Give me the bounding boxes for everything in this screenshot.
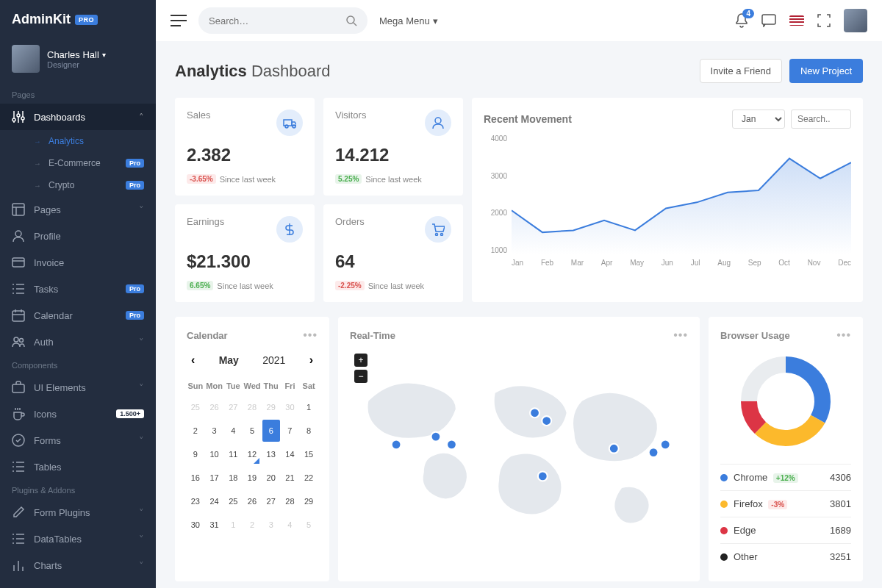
calendar-day[interactable]: 26	[243, 490, 261, 512]
browser-row: Chrome +12%4306	[720, 464, 851, 490]
calendar-day[interactable]: 26	[206, 396, 223, 418]
sidebar-item-tables[interactable]: Tables	[0, 453, 156, 480]
calendar-day[interactable]: 27	[262, 490, 280, 512]
map-zoom-out-button[interactable]: −	[354, 370, 368, 383]
calendar-day[interactable]: 31	[206, 514, 223, 536]
sidebar-item-charts[interactable]: Charts˅	[0, 552, 156, 578]
calendar-day[interactable]: 28	[282, 490, 299, 512]
sidebar-item-tasks[interactable]: TasksPro	[0, 276, 156, 302]
calendar-day[interactable]: 12	[243, 443, 261, 465]
sidebar-item-icons[interactable]: Icons1.500+	[0, 401, 156, 427]
notifications-button[interactable]: 4	[735, 13, 748, 28]
sidebar-item-form-plugins[interactable]: Form Plugins˅	[0, 499, 156, 526]
search-input[interactable]	[198, 7, 368, 34]
page-header: Analytics Dashboard Invite a Friend New …	[175, 59, 863, 83]
sidebar-item-profile[interactable]: Profile	[0, 223, 156, 249]
chart-search-input[interactable]	[791, 110, 851, 129]
calendar-day[interactable]: 1	[224, 514, 242, 536]
calendar-next-button[interactable]: ›	[309, 354, 313, 367]
user-avatar[interactable]	[844, 9, 867, 32]
sidebar-item-forms[interactable]: Forms˅	[0, 427, 156, 453]
chevron-up-icon: ˄	[139, 112, 144, 123]
messages-button[interactable]	[761, 14, 776, 27]
calendar-day[interactable]: 28	[243, 396, 261, 418]
calendar-day[interactable]: 14	[282, 443, 299, 465]
browser-menu-icon[interactable]: •••	[836, 329, 851, 342]
hamburger-icon[interactable]	[171, 15, 187, 26]
calendar-day[interactable]: 6	[262, 420, 280, 442]
calendar-day[interactable]: 19	[243, 467, 261, 489]
sidebar-subitem-e-commerce[interactable]: →E-CommercePro	[0, 152, 156, 174]
calendar-day[interactable]: 24	[206, 490, 223, 512]
nav-badge: Pro	[126, 284, 144, 293]
calendar-day[interactable]: 4	[282, 514, 299, 536]
calendar-day[interactable]: 25	[224, 490, 242, 512]
sidebar-item-calendar[interactable]: CalendarPro	[0, 302, 156, 329]
sidebar-item-auth[interactable]: Auth˅	[0, 329, 156, 355]
calendar-day[interactable]: 2	[243, 514, 261, 536]
calendar-day[interactable]: 15	[300, 443, 318, 465]
calendar-day[interactable]: 3	[262, 514, 280, 536]
svg-point-1	[17, 114, 20, 117]
sidebar-item-dashboards[interactable]: Dashboards˄	[0, 104, 156, 130]
calendar-day[interactable]: 13	[262, 443, 280, 465]
calendar-day[interactable]: 11	[224, 443, 242, 465]
calendar-day[interactable]: 18	[224, 467, 242, 489]
calendar-day[interactable]: 20	[262, 467, 280, 489]
calendar-day[interactable]: 29	[300, 490, 318, 512]
browser-row: Firefox -3%3801	[720, 490, 851, 517]
period-select[interactable]: Jan	[732, 110, 785, 129]
svg-point-14	[285, 125, 288, 128]
bar-chart-icon	[12, 559, 25, 572]
logo[interactable]: AdminKit PRO	[0, 0, 156, 39]
svg-point-26	[649, 448, 659, 457]
realtime-title: Real-Time	[350, 330, 395, 341]
calendar-icon	[12, 309, 25, 322]
mega-menu[interactable]: Mega Menu ▾	[379, 15, 438, 26]
calendar-day[interactable]: 7	[282, 420, 299, 442]
sidebar-item-datatables[interactable]: DataTables˅	[0, 526, 156, 552]
world-map[interactable]	[350, 354, 688, 559]
calendar-day[interactable]: 5	[243, 420, 261, 442]
calendar-day[interactable]: 23	[187, 490, 204, 512]
calendar-menu-icon[interactable]: •••	[303, 329, 318, 342]
calendar-day[interactable]: 29	[262, 396, 280, 418]
calendar-day[interactable]: 5	[300, 514, 318, 536]
sidebar-subitem-analytics[interactable]: →Analytics	[0, 130, 156, 152]
calendar-day[interactable]: 30	[187, 514, 204, 536]
stat-label: Sales	[187, 110, 211, 121]
sidebar-user[interactable]: Charles Hall▾ Designer	[0, 39, 156, 85]
calendar-day[interactable]: 8	[300, 420, 318, 442]
sidebar-item-ui-elements[interactable]: UI Elements˅	[0, 374, 156, 401]
sidebar-item-pages[interactable]: Pages˅	[0, 196, 156, 223]
calendar-day[interactable]: 1	[300, 396, 318, 418]
calendar-day[interactable]: 22	[300, 467, 318, 489]
realtime-menu-icon[interactable]: •••	[673, 329, 688, 342]
calendar-day[interactable]: 30	[282, 396, 299, 418]
calendar-day[interactable]: 9	[187, 443, 204, 465]
user-name: Charles Hall	[47, 49, 99, 60]
calendar-day[interactable]: 25	[187, 396, 204, 418]
calendar-day[interactable]: 10	[206, 443, 223, 465]
calendar-day[interactable]: 16	[187, 467, 204, 489]
map-zoom-in-button[interactable]: +	[354, 354, 368, 367]
calendar-day[interactable]: 4	[224, 420, 242, 442]
invite-friend-button[interactable]: Invite a Friend	[700, 59, 782, 83]
sidebar-item-invoice[interactable]: Invoice	[0, 249, 156, 276]
sidebar-subitem-crypto[interactable]: →CryptoPro	[0, 174, 156, 196]
calendar-day[interactable]: 17	[206, 467, 223, 489]
calendar-prev-button[interactable]: ‹	[191, 354, 195, 367]
calendar-day[interactable]: 21	[282, 467, 299, 489]
stat-pct: 6.65%	[187, 281, 213, 290]
new-project-button[interactable]: New Project	[789, 59, 863, 83]
language-flag-icon[interactable]	[789, 15, 804, 26]
fullscreen-button[interactable]	[817, 14, 831, 27]
calendar-day[interactable]: 27	[224, 396, 242, 418]
calendar-day[interactable]: 2	[187, 420, 204, 442]
realtime-card: Real-Time••• + −	[338, 317, 700, 581]
stat-pct: -3.65%	[187, 174, 216, 184]
svg-point-8	[20, 339, 24, 343]
calendar-dow: Sat	[300, 377, 318, 395]
calendar-day[interactable]: 3	[206, 420, 223, 442]
color-dot-icon	[720, 553, 728, 561]
